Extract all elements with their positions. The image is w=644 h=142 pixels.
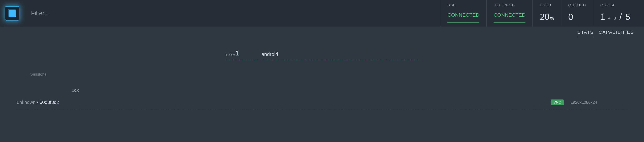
- stat-selenoid: SELENOID CONNECTED: [486, 0, 532, 27]
- session-resolution: 1920x1080x24: [571, 100, 597, 105]
- stat-queued: QUEUED 0: [561, 0, 593, 27]
- stat-queued-value: 0: [568, 13, 586, 21]
- sessions-section: Sessions 10.0 unknown / 60d3f3d2 VNC 192…: [0, 72, 644, 109]
- stat-queued-label: QUEUED: [568, 3, 586, 8]
- browser-name: android: [262, 51, 278, 57]
- tabs-row: STATS CAPABILITIES: [0, 27, 644, 37]
- sessions-heading: Sessions: [30, 72, 627, 77]
- stat-used: USED 20%: [532, 0, 561, 27]
- app-logo-icon: [8, 9, 16, 17]
- stat-selenoid-label: SELENOID: [494, 3, 526, 8]
- topbar: SSE CONNECTED SELENOID CONNECTED USED 20…: [0, 0, 644, 27]
- session-version: 10.0: [72, 88, 627, 93]
- session-row[interactable]: unknown / 60d3f3d2 VNC 1920x1080x24: [17, 96, 627, 109]
- stat-used-label: USED: [540, 3, 554, 8]
- vnc-badge[interactable]: VNC: [551, 99, 564, 105]
- browser-percent: 100%: [226, 53, 235, 57]
- quota-used: 1: [600, 12, 605, 22]
- stat-quota: QUOTA 1 + 0 / 5: [593, 0, 637, 27]
- session-id: 60d3f3d2: [40, 100, 59, 105]
- stat-sse: SSE CONNECTED: [440, 0, 486, 27]
- filter-input[interactable]: [31, 10, 440, 17]
- stat-quota-label: QUOTA: [600, 3, 630, 8]
- stat-quota-value: 1 + 0 / 5: [600, 13, 630, 21]
- used-number: 20: [540, 12, 550, 22]
- queued-number: 0: [568, 12, 573, 22]
- stats-panel: SSE CONNECTED SELENOID CONNECTED USED 20…: [440, 0, 637, 27]
- session-browser-name: unknown: [17, 100, 36, 105]
- stat-sse-label: SSE: [448, 3, 479, 8]
- quota-total: 5: [626, 12, 630, 22]
- used-unit: %: [550, 16, 554, 21]
- stat-used-value: 20%: [540, 13, 554, 21]
- stat-selenoid-value: CONNECTED: [494, 13, 526, 23]
- quota-pending: 0: [614, 16, 616, 21]
- tab-stats[interactable]: STATS: [578, 30, 594, 37]
- browser-count: 1: [236, 49, 240, 57]
- browser-summary-bar[interactable]: 100% 1 android: [226, 49, 418, 60]
- app-logo[interactable]: [5, 6, 19, 21]
- tab-capabilities[interactable]: CAPABILITIES: [599, 30, 634, 37]
- session-separator: /: [37, 100, 38, 105]
- stat-sse-value: CONNECTED: [448, 13, 479, 23]
